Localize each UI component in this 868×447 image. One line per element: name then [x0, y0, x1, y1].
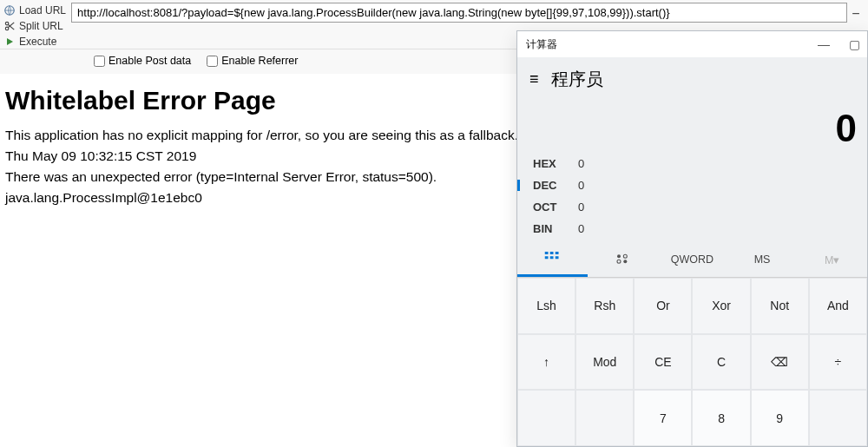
tab-keypad[interactable] [517, 242, 588, 277]
globe-icon [3, 4, 16, 16]
key-not[interactable]: Not [751, 278, 809, 334]
bit-toggle-icon [615, 253, 629, 267]
enable-post-checkbox[interactable]: Enable Post data [94, 55, 191, 67]
key-blank-3 [809, 390, 867, 446]
minus-icon[interactable]: − [852, 6, 859, 22]
minimize-icon[interactable]: — [818, 37, 830, 51]
key-7[interactable]: 7 [634, 390, 692, 446]
key-9[interactable]: 9 [751, 390, 809, 446]
radix-bin[interactable]: BIN 0 [533, 222, 852, 235]
key-or[interactable]: Or [634, 278, 692, 334]
key-upshift[interactable]: ↑ [517, 334, 575, 391]
svg-point-11 [617, 260, 621, 263]
key-8[interactable]: 8 [692, 390, 750, 446]
radix-panel: HEX 0 DEC 0 OCT 0 BIN 0 [517, 155, 867, 242]
key-blank-1 [517, 390, 575, 446]
key-lsh[interactable]: Lsh [517, 278, 575, 334]
tab-bit[interactable] [588, 242, 658, 277]
calculator-titlebar[interactable]: 计算器 — ▢ [517, 31, 867, 57]
tab-mcarrot: M▾ [797, 242, 867, 277]
calc-keypad: Lsh Rsh Or Xor Not And ↑ Mod CE C ⌫ ÷ 7 … [517, 278, 867, 446]
tab-qword[interactable]: QWORD [657, 242, 727, 277]
scissors-icon [3, 20, 16, 32]
split-url-label: Split URL [19, 20, 63, 32]
radix-oct[interactable]: OCT 0 [533, 200, 852, 214]
key-mod[interactable]: Mod [575, 334, 634, 391]
key-c[interactable]: C [692, 334, 750, 391]
tab-ms[interactable]: MS [727, 242, 798, 277]
key-and[interactable]: And [809, 278, 867, 334]
calculator-window: 计算器 — ▢ ≡ 程序员 0 HEX 0 DEC 0 OCT 0 BIN 0 [516, 30, 868, 447]
hamburger-icon[interactable]: ≡ [529, 70, 539, 89]
enable-post-label: Enable Post data [108, 55, 191, 67]
svg-point-9 [617, 254, 621, 258]
svg-rect-3 [545, 252, 549, 254]
execute-label: Execute [19, 36, 56, 48]
svg-rect-8 [556, 256, 559, 259]
svg-rect-4 [550, 252, 554, 254]
key-backspace[interactable]: ⌫ [751, 334, 809, 391]
calc-tabs: QWORD MS M▾ [517, 242, 867, 278]
key-rsh[interactable]: Rsh [575, 278, 634, 334]
key-ce[interactable]: CE [634, 334, 692, 391]
maximize-icon[interactable]: ▢ [849, 37, 860, 51]
key-blank-2 [575, 390, 634, 446]
radix-dec[interactable]: DEC 0 [533, 179, 852, 192]
split-url-button[interactable]: Split URL [3, 18, 66, 33]
calculator-mode: 程序员 [551, 68, 603, 91]
radix-hex[interactable]: HEX 0 [533, 157, 852, 170]
url-input[interactable] [71, 3, 847, 23]
calculator-title: 计算器 [526, 37, 557, 52]
execute-button[interactable]: Execute [3, 34, 66, 49]
calculator-display: 0 [517, 95, 867, 155]
key-xor[interactable]: Xor [692, 278, 750, 334]
svg-rect-7 [550, 256, 554, 259]
svg-rect-5 [556, 252, 559, 254]
play-icon [3, 36, 16, 48]
key-divide[interactable]: ÷ [809, 334, 867, 391]
keypad-icon [544, 251, 560, 266]
enable-referrer-checkbox[interactable]: Enable Referrer [207, 55, 298, 67]
svg-point-10 [623, 254, 627, 258]
enable-referrer-label: Enable Referrer [221, 55, 298, 67]
load-url-button[interactable]: Load URL [3, 3, 66, 17]
svg-point-12 [623, 260, 627, 263]
load-url-label: Load URL [19, 4, 66, 16]
svg-rect-6 [545, 256, 549, 259]
